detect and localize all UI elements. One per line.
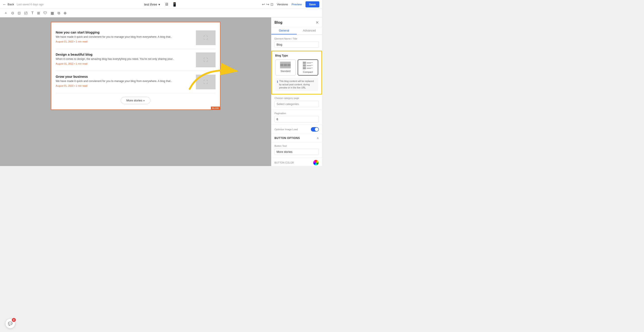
blog-post-excerpt-3: We have made it quick and convienent for… — [56, 79, 192, 83]
toggle-knob — [315, 128, 318, 131]
element-name-label: Element Name / Title — [274, 37, 319, 40]
image-icon-2: ⛶ — [204, 57, 208, 63]
tablet-icon[interactable]: 📱 — [171, 2, 178, 7]
optimise-toggle-row: Optimise Image Load — [274, 127, 319, 132]
blog-post-image-3: ⛶ — [196, 75, 216, 89]
button-text-section: Button Text — [271, 142, 322, 157]
blog-post-meta-2: August 01, 2022 • 1 min read — [56, 62, 192, 65]
blog-post-excerpt-1: We have made it quick and convienent for… — [56, 35, 192, 39]
standard-icon — [280, 62, 291, 68]
button-color-section: BUTTON COLOR — [271, 157, 322, 166]
blog-post-title-3: Grow your business — [56, 75, 192, 78]
panel-header: Blog ✕ — [271, 18, 322, 27]
blog-post-meta-1: August 01, 2022 • 1 min read — [56, 40, 192, 43]
blog-post-title-1: Now you can start blogging — [56, 30, 192, 34]
top-bar: ← Back Last saved 6 days ago test three … — [0, 0, 322, 9]
undo-button[interactable]: ↩ — [262, 2, 265, 7]
blog-post-image-2: ⛶ — [196, 53, 216, 67]
main-area: Now you can start blogging We have made … — [0, 18, 322, 166]
chevron-up-icon: ∧ — [317, 136, 319, 140]
blog-post-1: Now you can start blogging We have made … — [56, 27, 216, 49]
button-text-input[interactable] — [274, 148, 319, 155]
back-label: Back — [8, 3, 14, 6]
compact-icon — [303, 62, 313, 69]
preview-button[interactable]: Preview — [292, 3, 302, 6]
top-bar-center: test three ▾ 🖥 📱 — [144, 2, 178, 7]
panel-tabs: General Advanced — [271, 27, 322, 35]
undo-redo: ↩ ↪ ⊡ — [262, 2, 273, 7]
blog-type-standard[interactable]: Standard — [275, 59, 296, 76]
blog-post-image-1: ⛶ — [196, 30, 216, 45]
top-bar-left: ← Back Last saved 6 days ago — [3, 3, 44, 7]
blog-post-excerpt-2: When it comes to design, the amazing blo… — [56, 57, 192, 61]
blog-post-3: Grow your business We have made it quick… — [56, 71, 216, 93]
back-button[interactable]: ← Back — [3, 3, 14, 7]
choose-category-section: Choose category page Select categories — [271, 94, 322, 110]
choose-category-label: Choose category page — [274, 97, 319, 99]
panel-title: Blog — [274, 21, 282, 25]
blog-type-label: Blog Type — [275, 54, 318, 57]
add-element-icon[interactable]: ＋ — [3, 10, 9, 16]
compact-row-1 — [303, 62, 313, 64]
element-name-input[interactable] — [274, 41, 319, 48]
button-options-header[interactable]: BUTTON OPTIONS ∧ — [271, 134, 322, 142]
tab-advanced[interactable]: Advanced — [297, 27, 322, 34]
pages-icon[interactable]: ⊡ — [16, 10, 22, 16]
optimise-label: Optimise Image Load — [274, 128, 298, 131]
device-icons: 🖥 📱 — [164, 2, 178, 7]
canvas-area: Now you can start blogging We have made … — [0, 18, 271, 166]
blog-post-2: Design a beautiful blog When it comes to… — [56, 49, 216, 71]
text-icon[interactable]: T — [30, 10, 35, 16]
media-icon[interactable]: ⊕ — [62, 10, 68, 16]
saved-label: Last saved 6 days ago — [17, 3, 44, 6]
category-select[interactable]: Select categories — [274, 101, 319, 107]
color-picker-button[interactable] — [313, 160, 319, 165]
right-panel: Blog ✕ General Advanced Element Name / T… — [271, 18, 322, 166]
layers-icon[interactable]: ⊙ — [10, 10, 16, 16]
components-icon[interactable]: ⧉ — [56, 10, 61, 16]
standard-label: Standard — [280, 70, 290, 72]
more-stories-button[interactable]: More stories » — [121, 97, 150, 104]
grid-icon[interactable]: ▦ — [49, 10, 55, 16]
code-icon[interactable]: ⟨/⟩ — [23, 10, 29, 16]
blog-post-content-3: Grow your business We have made it quick… — [56, 75, 192, 87]
optimise-section: Optimise Image Load — [271, 125, 322, 134]
blog-post-content-2: Design a beautiful blog When it comes to… — [56, 53, 192, 65]
desktop-icon[interactable]: 🖥 — [164, 2, 169, 7]
blog-type-section: Blog Type Standard — [271, 51, 322, 94]
tab-general[interactable]: General — [271, 27, 297, 34]
project-name: test three — [144, 3, 157, 6]
blog-post-meta-3: August 01, 2022 • 1 min read — [56, 84, 192, 87]
pagination-section: Pagination — [271, 110, 322, 125]
button-color-label: BUTTON COLOR — [274, 161, 294, 164]
blog-post-title-2: Design a beautiful blog — [56, 53, 192, 56]
blog-post-content-1: Now you can start blogging We have made … — [56, 30, 192, 43]
history-button[interactable]: ⊡ — [270, 2, 273, 7]
redo-button[interactable]: ↪ — [266, 2, 269, 7]
chevron-down-icon: ▾ — [158, 3, 160, 6]
image-icon-1: ⛶ — [204, 35, 208, 41]
layout-icon[interactable]: ⊞ — [36, 10, 41, 16]
pagination-label: Pagination — [274, 112, 319, 115]
blog-type-compact[interactable]: Compact — [298, 59, 318, 76]
blog-type-options: Standard — [275, 59, 318, 76]
blog-widget: Now you can start blogging We have made … — [51, 22, 220, 110]
image-icon-3: ⛶ — [204, 80, 208, 85]
button-text-label: Button Text — [274, 144, 319, 147]
shield-icon[interactable]: 🛡 — [42, 10, 48, 16]
top-bar-right: ↩ ↪ ⊡ Versions Preview Save — [262, 1, 320, 7]
element-name-section: Element Name / Title — [271, 35, 322, 51]
info-icon: ℹ — [277, 80, 278, 84]
optimise-toggle[interactable] — [311, 127, 319, 132]
pagination-input[interactable] — [274, 116, 319, 122]
save-button[interactable]: Save — [306, 1, 319, 7]
back-arrow-icon: ← — [3, 3, 6, 7]
versions-button[interactable]: Versions — [277, 3, 288, 6]
button-options-label: BUTTON OPTIONS — [274, 136, 300, 140]
secondary-toolbar: ＋ ⊙ ⊡ ⟨/⟩ T ⊞ 🛡 ▦ ⧉ ⊕ — [0, 9, 322, 18]
project-name-button[interactable]: test three ▾ — [144, 3, 160, 6]
compact-row-2 — [303, 64, 313, 67]
compact-label: Compact — [303, 71, 313, 73]
compact-row-3 — [303, 67, 313, 69]
panel-close-button[interactable]: ✕ — [316, 20, 319, 25]
